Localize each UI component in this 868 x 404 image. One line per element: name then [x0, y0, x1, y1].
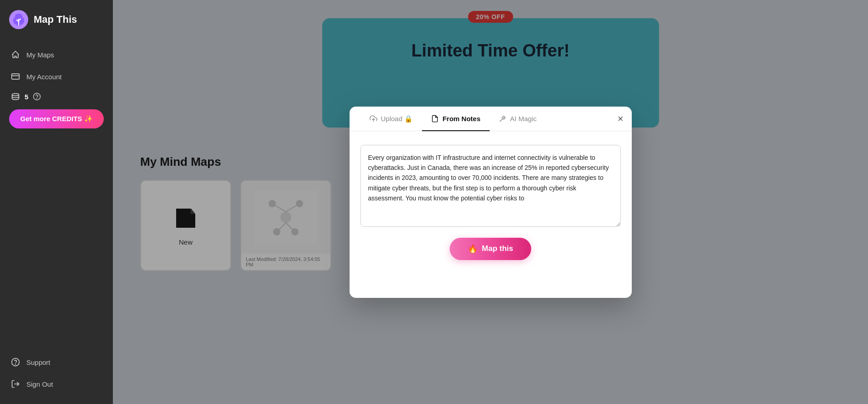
sidebar-logo: Map This — [0, 0, 113, 39]
credits-stack-icon — [11, 92, 20, 101]
modal-body: 🔥 Map this — [350, 131, 632, 273]
get-credits-button[interactable]: Get more CREDITS ✨ — [9, 109, 104, 128]
modal: Upload 🔒 From Notes — [350, 107, 632, 298]
svg-point-8 — [37, 98, 37, 98]
support-icon — [11, 358, 20, 367]
sign-out-icon — [11, 379, 20, 389]
notes-textarea[interactable] — [360, 145, 621, 227]
support-label: Support — [26, 358, 51, 366]
tab-ai-magic[interactable]: AI Magic — [490, 107, 546, 131]
sidebar-item-sign-out[interactable]: Sign Out — [0, 373, 113, 395]
map-this-label: Map this — [482, 244, 513, 253]
tab-from-notes-label: From Notes — [442, 115, 480, 123]
modal-header: Upload 🔒 From Notes — [350, 107, 632, 131]
sidebar: Map This My Maps My Account 5 — [0, 0, 113, 404]
svg-rect-4 — [12, 74, 20, 79]
sign-out-label: Sign Out — [26, 380, 53, 388]
logo-icon — [9, 10, 28, 29]
credit-card-icon — [11, 72, 20, 81]
sidebar-bottom: Support Sign Out — [0, 351, 113, 404]
main-content: 20% OFF Limited Time Offer! My Mind Maps… — [113, 0, 868, 404]
tab-upload[interactable]: Upload 🔒 — [360, 107, 422, 131]
help-icon[interactable] — [33, 92, 41, 101]
magic-icon — [499, 115, 507, 123]
my-account-label: My Account — [26, 73, 62, 81]
app-title: Map This — [34, 14, 77, 26]
home-icon — [11, 50, 20, 59]
map-this-emoji: 🔥 — [468, 244, 477, 254]
tab-from-notes[interactable]: From Notes — [422, 107, 489, 131]
svg-point-23 — [503, 117, 504, 118]
svg-point-10 — [15, 364, 16, 364]
sidebar-item-my-account[interactable]: My Account — [0, 66, 113, 87]
modal-overlay: Upload 🔒 From Notes — [113, 0, 868, 404]
credits-count: 5 — [25, 93, 28, 101]
sidebar-item-support[interactable]: Support — [0, 351, 113, 373]
my-maps-label: My Maps — [26, 51, 54, 59]
svg-point-6 — [12, 93, 19, 96]
tab-upload-label: Upload 🔒 — [381, 115, 413, 123]
tab-ai-magic-label: AI Magic — [510, 115, 537, 123]
sidebar-item-my-maps[interactable]: My Maps — [0, 44, 113, 66]
modal-close-button[interactable]: × — [618, 114, 624, 124]
credits-row: 5 — [0, 87, 113, 106]
map-this-button[interactable]: 🔥 Map this — [450, 238, 532, 260]
sidebar-nav: My Maps My Account 5 Get more CREDITS ✨ — [0, 39, 113, 351]
upload-icon — [370, 115, 377, 123]
document-icon — [431, 115, 439, 123]
